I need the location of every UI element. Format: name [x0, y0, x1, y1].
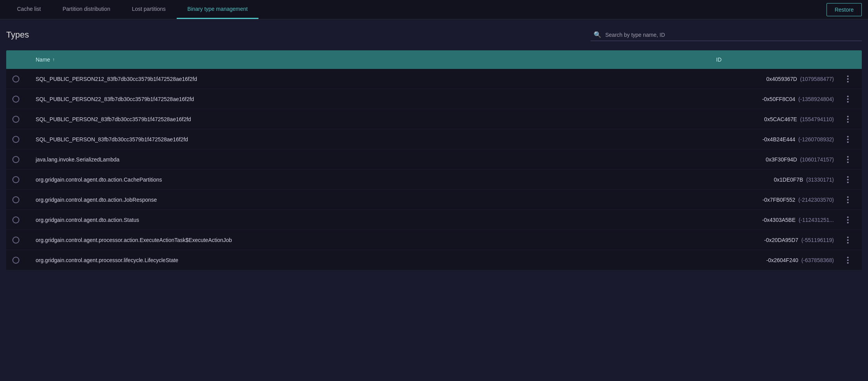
tab-lost-partitions[interactable]: Lost partitions: [121, 0, 176, 19]
row-name-1: SQL_PUBLIC_PERSON22_83fb7db30cc3579b1f47…: [36, 96, 716, 102]
row-name-6: org.gridgain.control.agent.dto.action.Jo…: [36, 197, 716, 203]
row-name-7: org.gridgain.control.agent.dto.action.St…: [36, 217, 716, 223]
row-id-2: 0x5CAC467E (1554794110): [716, 116, 840, 122]
row-dec-4: (1060174157): [800, 156, 834, 163]
tab-partition-distribution[interactable]: Partition distribution: [52, 0, 121, 19]
tab-binary-type-management[interactable]: Binary type management: [177, 0, 259, 19]
radio-button-4[interactable]: [12, 156, 19, 163]
row-actions-menu-8[interactable]: [840, 237, 856, 244]
row-radio-4[interactable]: [12, 156, 36, 163]
tab-binary-type-management-label: Binary type management: [188, 6, 248, 12]
row-dec-9: (-637858368): [801, 257, 834, 263]
row-actions-menu-0[interactable]: [840, 76, 856, 82]
types-table: Name ↑ ID SQL_PUBLIC_PERSON212_83fb7db30…: [6, 50, 862, 270]
radio-button-5[interactable]: [12, 176, 19, 183]
row-radio-9[interactable]: [12, 257, 36, 264]
radio-button-6[interactable]: [12, 196, 19, 203]
row-hex-9: -0x2604F240: [766, 257, 799, 263]
row-name-0: SQL_PUBLIC_PERSON212_83fb7db30cc3579b1f4…: [36, 76, 716, 82]
row-name-2: SQL_PUBLIC_PERSON2_83fb7db30cc3579b1f472…: [36, 116, 716, 122]
col-name-header[interactable]: Name ↑: [36, 57, 716, 63]
radio-button-3[interactable]: [12, 136, 19, 143]
table-row: SQL_PUBLIC_PERSON2_83fb7db30cc3579b1f472…: [6, 109, 862, 129]
row-id-3: -0x4B24E444 (-1260708932): [716, 136, 840, 142]
col-id-header[interactable]: ID: [716, 57, 840, 63]
row-radio-8[interactable]: [12, 237, 36, 244]
radio-button-8[interactable]: [12, 237, 19, 244]
table-row: SQL_PUBLIC_PERSON22_83fb7db30cc3579b1f47…: [6, 89, 862, 109]
row-radio-0[interactable]: [12, 76, 36, 82]
tab-cache-list[interactable]: Cache list: [6, 0, 52, 19]
row-id-0: 0x4059367D (1079588477): [716, 76, 840, 82]
page-header: Types 🔍: [6, 29, 862, 41]
row-dec-6: (-2142303570): [798, 197, 834, 203]
row-id-5: 0x1DE0F7B (31330171): [716, 177, 840, 183]
tabs: Cache list Partition distribution Lost p…: [6, 0, 258, 19]
search-container: 🔍: [591, 29, 862, 41]
table-row: org.gridgain.control.agent.processor.act…: [6, 230, 862, 250]
main-content: Types 🔍 Name ↑ ID SQL_PUBLIC_PERSON212_8…: [0, 19, 868, 276]
col-name-label: Name: [36, 57, 50, 63]
row-dec-7: (-112431251...: [799, 217, 834, 223]
row-hex-3: -0x4B24E444: [762, 136, 795, 142]
row-hex-0: 0x4059367D: [766, 76, 797, 82]
row-name-4: java.lang.invoke.SerializedLambda: [36, 156, 716, 163]
row-name-5: org.gridgain.control.agent.dto.action.Ca…: [36, 177, 716, 183]
row-radio-7[interactable]: [12, 216, 36, 223]
table-body: SQL_PUBLIC_PERSON212_83fb7db30cc3579b1f4…: [6, 69, 862, 270]
table-row: org.gridgain.control.agent.dto.action.Ca…: [6, 170, 862, 190]
radio-button-1[interactable]: [12, 96, 19, 103]
row-name-3: SQL_PUBLIC_PERSON_83fb7db30cc3579b1f4725…: [36, 136, 716, 142]
row-dec-2: (1554794110): [800, 116, 834, 122]
page-title: Types: [6, 30, 29, 40]
row-hex-1: -0x50FF8C04: [762, 96, 796, 102]
table-row: SQL_PUBLIC_PERSON_83fb7db30cc3579b1f4725…: [6, 129, 862, 149]
row-radio-5[interactable]: [12, 176, 36, 183]
search-input[interactable]: [605, 32, 859, 38]
row-name-9: org.gridgain.control.agent.processor.lif…: [36, 257, 716, 263]
row-actions-menu-1[interactable]: [840, 96, 856, 103]
row-actions-menu-4[interactable]: [840, 156, 856, 163]
row-actions-menu-7[interactable]: [840, 216, 856, 223]
row-dec-1: (-1358924804): [798, 96, 834, 102]
tab-lost-partitions-label: Lost partitions: [132, 6, 165, 12]
tab-bar: Cache list Partition distribution Lost p…: [0, 0, 868, 19]
col-id-label: ID: [716, 57, 722, 63]
table-header: Name ↑ ID: [6, 50, 862, 69]
row-id-6: -0x7FB0F552 (-2142303570): [716, 197, 840, 203]
row-actions-menu-3[interactable]: [840, 136, 856, 143]
row-hex-4: 0x3F30F94D: [766, 156, 797, 163]
sort-asc-icon: ↑: [52, 57, 55, 62]
tab-partition-distribution-label: Partition distribution: [62, 6, 110, 12]
row-dec-8: (-551196119): [801, 237, 834, 243]
row-id-9: -0x2604F240 (-637858368): [716, 257, 840, 263]
table-row: java.lang.invoke.SerializedLambda 0x3F30…: [6, 149, 862, 170]
row-id-8: -0x20DA95D7 (-551196119): [716, 237, 840, 243]
radio-button-9[interactable]: [12, 257, 19, 264]
radio-button-0[interactable]: [12, 76, 19, 82]
row-hex-8: -0x20DA95D7: [764, 237, 798, 243]
radio-button-2[interactable]: [12, 116, 19, 123]
row-dec-0: (1079588477): [800, 76, 834, 82]
restore-button[interactable]: Restore: [827, 3, 862, 16]
row-hex-6: -0x7FB0F552: [762, 197, 795, 203]
row-radio-3[interactable]: [12, 136, 36, 143]
row-radio-2[interactable]: [12, 116, 36, 123]
table-row: org.gridgain.control.agent.processor.lif…: [6, 250, 862, 270]
row-actions-menu-2[interactable]: [840, 116, 856, 123]
table-row: org.gridgain.control.agent.dto.action.St…: [6, 210, 862, 230]
table-row: SQL_PUBLIC_PERSON212_83fb7db30cc3579b1f4…: [6, 69, 862, 89]
row-name-8: org.gridgain.control.agent.processor.act…: [36, 237, 716, 243]
row-hex-7: -0x4303A5BE: [762, 217, 796, 223]
row-dec-3: (-1260708932): [798, 136, 834, 142]
row-radio-6[interactable]: [12, 196, 36, 203]
row-dec-5: (31330171): [806, 177, 834, 183]
row-id-1: -0x50FF8C04 (-1358924804): [716, 96, 840, 102]
row-actions-menu-5[interactable]: [840, 176, 856, 183]
row-hex-2: 0x5CAC467E: [764, 116, 797, 122]
row-actions-menu-9[interactable]: [840, 257, 856, 264]
row-actions-menu-6[interactable]: [840, 196, 856, 203]
radio-button-7[interactable]: [12, 216, 19, 223]
row-radio-1[interactable]: [12, 96, 36, 103]
search-icon: 🔍: [594, 31, 601, 38]
